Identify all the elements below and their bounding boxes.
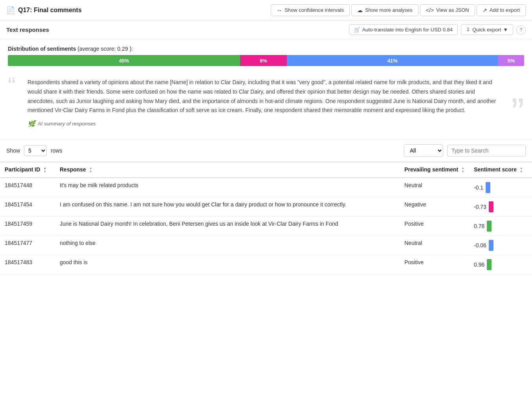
score-value: -0.1 bbox=[474, 184, 483, 191]
score-bar bbox=[486, 182, 490, 193]
prevailing-sentiment-header: Prevailing sentiment ▲ ▼ bbox=[400, 162, 469, 178]
sort-down-icon: ▼ bbox=[89, 170, 92, 173]
sentiment-sort[interactable]: ▲ ▼ bbox=[461, 167, 464, 173]
score-bar bbox=[487, 221, 492, 232]
chevron-down-icon: ▼ bbox=[503, 27, 508, 33]
positive-bar: 45% bbox=[8, 55, 240, 66]
score-cell: 0.78 bbox=[469, 216, 532, 236]
header-actions: ↔ Show confidence intervals ☁ Show more … bbox=[90, 4, 526, 16]
score-value: 0.96 bbox=[474, 261, 484, 268]
neutral-bar: 41% bbox=[287, 55, 499, 66]
sentiment-bar: 45% 9% 41% 5% bbox=[8, 55, 524, 66]
text-responses-title: Text responses bbox=[6, 26, 49, 33]
sentiment-cell: Neutral bbox=[400, 236, 469, 255]
sentiment-cell: Negative bbox=[400, 197, 469, 216]
score-value: -0.06 bbox=[474, 242, 486, 248]
more-analyses-button[interactable]: ☁ Show more analyses bbox=[351, 4, 418, 16]
score-cell: -0.1 bbox=[469, 178, 532, 197]
page-title: 📄 Q17: Final comments bbox=[6, 6, 82, 15]
quote-left-icon: “ bbox=[8, 74, 16, 98]
response-header: Response ▲ ▼ bbox=[55, 162, 400, 178]
auto-translate-button[interactable]: 🛒 Auto-translate into English for USD 0.… bbox=[349, 24, 458, 35]
participant-id-cell: 184517459 bbox=[0, 216, 55, 236]
arrows-icon: ↔ bbox=[277, 7, 282, 13]
sentiment-cell: Neutral bbox=[400, 178, 469, 197]
table-row: 184517459 June is National Dairy month! … bbox=[0, 216, 532, 236]
response-sort[interactable]: ▲ ▼ bbox=[89, 167, 92, 173]
sort-up-icon: ▲ bbox=[89, 167, 92, 170]
response-cell: It's may be milk related products bbox=[55, 178, 400, 197]
response-cell: I am confused on this name. I am not sur… bbox=[55, 197, 400, 216]
quick-export-button[interactable]: ⇩ Quick export ▼ bbox=[461, 24, 513, 35]
sort-down-icon: ▼ bbox=[461, 170, 464, 173]
confidence-intervals-button[interactable]: ↔ Show confidence intervals bbox=[271, 4, 350, 16]
participant-id-cell: 184517448 bbox=[0, 178, 55, 197]
response-cell: good this is bbox=[55, 255, 400, 274]
score-sort[interactable]: ▲ ▼ bbox=[520, 167, 523, 173]
show-label: Show bbox=[6, 147, 20, 154]
table-row: 184517448 It's may be milk related produ… bbox=[0, 178, 532, 197]
ai-summary-label: 🌿 AI summary of responses bbox=[28, 120, 497, 127]
table-row: 184517454 I am confused on this name. I … bbox=[0, 197, 532, 216]
responses-table: Participant ID ▲ ▼ Response ▲ ▼ Prevaili… bbox=[0, 162, 532, 274]
sort-up-icon: ▲ bbox=[43, 167, 46, 170]
document-icon: 📄 bbox=[6, 6, 15, 15]
participant-id-cell: 184517483 bbox=[0, 255, 55, 274]
search-input[interactable] bbox=[447, 145, 526, 156]
score-bar bbox=[489, 240, 493, 251]
sentiment-label: Distribution of sentiments (average scor… bbox=[8, 46, 524, 52]
download-icon: ⇩ bbox=[466, 27, 470, 33]
quote-right-icon: ” bbox=[511, 92, 524, 131]
participant-id-header: Participant ID ▲ ▼ bbox=[0, 162, 55, 178]
table-header-row: Participant ID ▲ ▼ Response ▲ ▼ Prevaili… bbox=[0, 162, 532, 178]
help-button[interactable]: ? bbox=[516, 25, 526, 35]
rows-per-page-select[interactable]: 5 10 25 50 100 bbox=[24, 145, 47, 156]
code-icon: </> bbox=[426, 7, 434, 13]
sub-header-actions: 🛒 Auto-translate into English for USD 0.… bbox=[349, 24, 526, 35]
summary-block: “ Respondents shared a variety of opinio… bbox=[4, 70, 528, 135]
table-row: 184517483 good this is Positive 0.96 bbox=[0, 255, 532, 274]
sort-up-icon: ▲ bbox=[520, 167, 523, 170]
response-cell: June is National Dairy month! In celebra… bbox=[55, 216, 400, 236]
view-json-button[interactable]: </> View as JSON bbox=[420, 4, 475, 16]
add-to-export-button[interactable]: ↗ Add to export bbox=[477, 4, 526, 16]
sentiment-score-header: Sentiment score ▲ ▼ bbox=[469, 162, 532, 178]
sentiment-filter-select[interactable]: All Positive Negative Neutral bbox=[404, 144, 443, 157]
participant-id-cell: 184517454 bbox=[0, 197, 55, 216]
rows-label: rows bbox=[51, 147, 62, 154]
score-value: -0.73 bbox=[474, 204, 486, 210]
sentiment-cell: Positive bbox=[400, 216, 469, 236]
response-cell: nothing to else bbox=[55, 236, 400, 255]
summary-text: Respondents shared a variety of opinions… bbox=[28, 78, 497, 115]
score-bar bbox=[487, 259, 492, 270]
sort-up-icon: ▲ bbox=[461, 167, 464, 170]
sentiment-section: Distribution of sentiments (average scor… bbox=[0, 39, 532, 70]
neutral-neg-bar: 9% bbox=[240, 55, 286, 66]
sort-down-icon: ▼ bbox=[43, 170, 46, 173]
ai-icon: 🌿 bbox=[28, 120, 35, 127]
table-controls: Show 5 10 25 50 100 rows All Positive Ne… bbox=[0, 139, 532, 162]
translate-icon: 🛒 bbox=[354, 27, 360, 33]
cloud-icon: ☁ bbox=[357, 7, 363, 13]
table-row: 184517477 nothing to else Neutral -0.06 bbox=[0, 236, 532, 255]
header: 📄 Q17: Final comments ↔ Show confidence … bbox=[0, 0, 532, 20]
score-value: 0.78 bbox=[474, 223, 484, 229]
score-cell: 0.96 bbox=[469, 255, 532, 274]
sub-header: Text responses 🛒 Auto-translate into Eng… bbox=[0, 20, 532, 39]
negative-bar: 5% bbox=[498, 55, 524, 66]
sort-down-icon: ▼ bbox=[520, 170, 523, 173]
participant-id-cell: 184517477 bbox=[0, 236, 55, 255]
score-bar bbox=[489, 201, 493, 212]
participant-id-sort[interactable]: ▲ ▼ bbox=[43, 167, 46, 173]
score-cell: -0.06 bbox=[469, 236, 532, 255]
score-cell: -0.73 bbox=[469, 197, 532, 216]
sentiment-cell: Positive bbox=[400, 255, 469, 274]
export-icon: ↗ bbox=[482, 7, 487, 13]
